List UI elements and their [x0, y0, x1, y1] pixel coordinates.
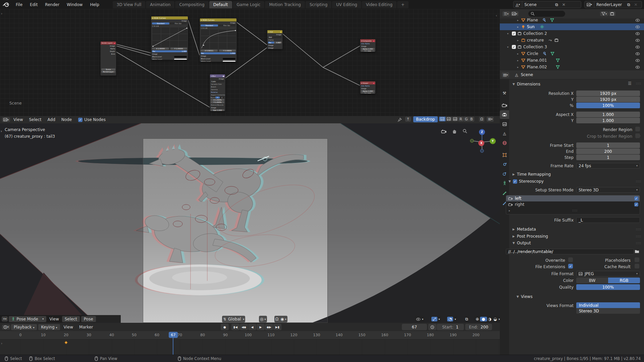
tab-world[interactable] [500, 138, 509, 147]
outliner-row-plane[interactable]: ▸ Plane [500, 17, 644, 23]
crop-render-region-checkbox[interactable] [635, 133, 640, 138]
marker-menu[interactable]: Marker [76, 325, 96, 329]
tab-object-data-armature[interactable] [500, 179, 509, 187]
channel-r-button[interactable]: R [458, 117, 464, 122]
node-menu-add[interactable]: Add [45, 117, 58, 122]
node-render-layers[interactable]: Render Layers● Image Alpha Depth Emit Sc… [100, 41, 116, 76]
outliner-filter-funnel-icon[interactable]: ▾ [600, 11, 608, 16]
outliner-display-mode-icon[interactable]: ☰▾ [502, 11, 510, 16]
cache-result-checkbox[interactable] [635, 264, 639, 268]
select-menu[interactable]: Select [62, 316, 80, 322]
view-layer-type-icon[interactable]: ▾ [585, 1, 594, 8]
black-level-swatch[interactable] [223, 58, 235, 59]
jump-to-end-button[interactable]: ▶▮ [273, 324, 281, 330]
new-collection-icon[interactable] [609, 11, 615, 16]
outliner-row-plane-001[interactable]: ▸ Plane.001 [500, 57, 644, 64]
outliner-search-input[interactable] [528, 11, 565, 17]
modifier-wrench-icon[interactable] [543, 52, 547, 56]
view-layer-name[interactable]: RenderLayer [594, 1, 625, 8]
node-menu-select[interactable]: Select [26, 117, 45, 122]
use-alpha-checkbox[interactable]: Use Alpha [360, 84, 375, 87]
file-suffix-input[interactable]: _L [576, 217, 640, 223]
overlays-toggle[interactable]: ◔▾ [446, 316, 457, 322]
aspect-none-button[interactable]: None [211, 97, 215, 99]
transform-orientation-dropdown[interactable]: ↯Global▾ [222, 316, 245, 322]
panel-output[interactable]: ▼Output [513, 241, 531, 245]
panel-stereoscopy[interactable]: ▼✓Stereoscopy [508, 179, 544, 184]
shading-rendered-icon[interactable]: ◒ [492, 317, 498, 321]
tab-physics[interactable] [500, 160, 509, 169]
size-field[interactable]: Size 1.000 [211, 109, 224, 111]
tab-tool[interactable]: ⚒ [500, 89, 509, 98]
mode-dropdown[interactable]: Pose Mode▾ [9, 316, 46, 322]
panel-drag-dots[interactable]: :::: [636, 228, 641, 231]
fac-slider[interactable]: Fac1.000 [201, 52, 236, 54]
curves-channel-buttons[interactable]: C R G B [200, 27, 236, 29]
view-left-checkbox[interactable]: ✓ [634, 196, 638, 200]
frame-rate-dropdown[interactable]: 24 fps▾ [576, 163, 640, 169]
pin-icon[interactable] [397, 118, 402, 122]
frame-end-field[interactable]: 200 [576, 148, 640, 154]
white-level-swatch[interactable] [174, 59, 187, 60]
aspect-x-field[interactable]: 1.000 [576, 112, 640, 117]
hide-eye-icon[interactable] [635, 46, 640, 49]
tab-scene[interactable]: ◬ [500, 129, 509, 138]
panel-post-processing[interactable]: ▶Post Processing [513, 234, 548, 239]
outliner-row-collection-2[interactable]: ▾✓ Collection 2 [500, 30, 644, 37]
timeline[interactable]: ▾ Playback ▾ Keying ▾ View Marker ● ▮◀ ◀… [0, 323, 500, 355]
pivot-point-dropdown[interactable]: ◎▾ [259, 316, 267, 322]
blender-logo-icon[interactable] [3, 2, 9, 7]
tab-constraints[interactable] [500, 169, 509, 178]
region-expand-arrow[interactable]: › [1, 129, 2, 133]
workspace-tab-game-logic[interactable]: Game Logic [233, 1, 265, 8]
overwrite-checkbox[interactable] [568, 257, 573, 262]
panel-drag-dots[interactable]: :::: [636, 180, 641, 183]
light-data-sun-icon[interactable] [540, 25, 544, 29]
bokeh-checkbox[interactable]: Bokeh [210, 85, 225, 88]
hide-eye-icon[interactable] [635, 25, 640, 28]
compositor-node-editor[interactable]: › Scene ‹ Render Layers● Image Alpha Dep… [0, 9, 500, 116]
mesh-data-icon[interactable] [556, 65, 560, 69]
aspect-y-button[interactable]: Y [215, 97, 219, 99]
hide-eye-icon[interactable] [635, 66, 640, 69]
views-format-individual-button[interactable]: Individual [576, 302, 640, 308]
next-keyframe-button[interactable]: ◆▶ [265, 324, 273, 330]
channel-g-button[interactable]: G [464, 117, 469, 122]
scene-name[interactable]: Scene [522, 1, 553, 8]
unlink-scene-icon[interactable]: ✕ [560, 2, 568, 7]
file-format-dropdown[interactable]: JPEG▾ [576, 271, 640, 277]
tab-render[interactable] [500, 101, 509, 110]
black-level-swatch[interactable] [174, 56, 187, 57]
visibility-dropdown[interactable]: ▾ [415, 316, 424, 322]
editor-type-clock-icon[interactable]: ▾ [2, 325, 10, 329]
white-level-swatch[interactable] [223, 61, 235, 62]
aspect-x-button[interactable]: X [220, 97, 224, 99]
outliner-row-circle[interactable]: ▸ Circle [500, 50, 644, 57]
snap-controls[interactable]: Ω◉▾ [274, 316, 287, 322]
outliner-row-sun[interactable]: ▸ Sun [500, 23, 644, 30]
curves-standard-tab[interactable]: Standard [152, 22, 169, 24]
scene-selector[interactable]: ◬▾ Scene ⧉ ✕ [513, 1, 581, 8]
tab-output[interactable] [500, 110, 509, 119]
curve-widget[interactable] [152, 27, 187, 47]
workspace-tab-default[interactable]: Default [209, 1, 232, 8]
xray-toggle[interactable]: ⤢▾ [430, 316, 441, 322]
curves-standard-tab[interactable]: Standard [201, 24, 218, 26]
frame-end-field[interactable]: End: 200 [465, 324, 492, 330]
list-resize-grip[interactable]: :::: [572, 209, 578, 212]
variable-size-checkbox[interactable]: Variable Size [210, 83, 225, 85]
play-button[interactable]: ▶ [257, 324, 265, 330]
menu-help[interactable]: Help [86, 2, 103, 7]
workspace-tab-animation[interactable]: Animation [146, 1, 174, 8]
fac-slider[interactable]: Fac1.000 [152, 50, 187, 52]
mesh-data-icon[interactable] [556, 58, 560, 62]
pose-menu[interactable]: Pose [81, 316, 96, 322]
stereoscopy-checkbox[interactable]: ✓ [513, 179, 517, 184]
panel-metadata[interactable]: ▶Metadata [513, 227, 536, 232]
render-icon[interactable]: ● [114, 42, 115, 44]
color-bw-button[interactable]: BW [576, 278, 608, 283]
timeline-view-menu[interactable]: View [61, 325, 76, 329]
node-menu-node[interactable]: Node [58, 117, 75, 122]
tab-view-layer[interactable] [500, 120, 509, 128]
remove-layer-icon[interactable]: ✕ [632, 2, 640, 7]
